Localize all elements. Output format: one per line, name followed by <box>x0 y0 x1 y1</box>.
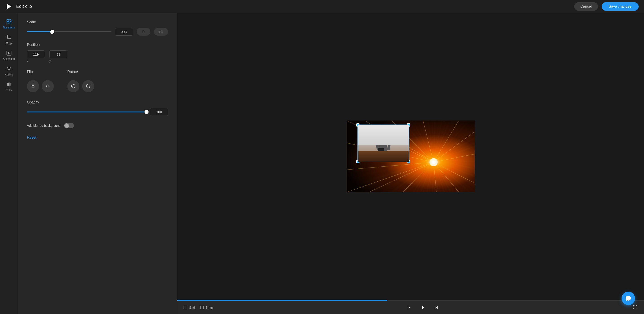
fullscreen-button[interactable] <box>633 305 638 311</box>
scale-slider[interactable] <box>27 31 112 32</box>
rotate-ccw-button[interactable] <box>67 80 80 92</box>
position-label: Position <box>27 43 168 47</box>
flip-rotate-row: Flip <box>27 70 168 92</box>
sidebar-item-keying-label: Keying <box>5 73 13 76</box>
fit-button[interactable]: Fit <box>137 28 150 36</box>
snap-label: Snap <box>206 306 213 309</box>
rotate-label: Rotate <box>67 70 94 74</box>
position-x-group: x <box>27 50 45 63</box>
transform-panel: Scale Fit Fill Position x y Fli <box>18 13 177 314</box>
cancel-button[interactable]: Cancel <box>574 2 598 11</box>
sidebar-item-transform[interactable]: Transform <box>1 16 17 31</box>
save-button[interactable]: Save changes <box>602 2 638 11</box>
video-canvas <box>177 13 644 300</box>
rotate-cw-button[interactable] <box>82 80 94 92</box>
opacity-section: Opacity <box>27 100 168 116</box>
blurred-bg-toggle[interactable] <box>64 123 74 128</box>
svg-rect-1 <box>7 19 9 21</box>
sidebar-item-color[interactable]: Color <box>1 79 17 94</box>
svg-rect-3 <box>7 22 9 24</box>
x-axis-label: x <box>27 60 45 63</box>
skip-back-button[interactable] <box>405 303 413 312</box>
grid-label: Grid <box>189 306 195 309</box>
header-actions: Cancel Save changes <box>574 2 638 11</box>
clip-inner <box>358 125 408 162</box>
blurred-bg-row: Add blurred background <box>27 123 168 128</box>
snap-checkbox-label[interactable]: Snap <box>200 306 213 309</box>
scale-row: Fit Fill <box>27 28 168 36</box>
crop-icon <box>6 34 12 40</box>
snap-checkbox[interactable] <box>200 306 204 309</box>
main-layout: Transform Crop Animation <box>0 13 644 314</box>
progress-bar[interactable] <box>177 300 644 301</box>
fill-button[interactable]: Fill <box>154 28 168 36</box>
opacity-slider[interactable] <box>27 112 146 112</box>
video-background <box>347 121 474 192</box>
scale-label: Scale <box>27 20 168 24</box>
flip-group: Flip <box>27 70 54 92</box>
video-preview <box>347 121 474 192</box>
keying-icon <box>6 66 12 72</box>
sidebar-item-crop-label: Crop <box>6 42 12 45</box>
position-row: x y <box>27 50 168 63</box>
rotate-group: Rotate <box>67 70 94 92</box>
reset-link[interactable]: Reset <box>27 136 36 139</box>
flip-label: Flip <box>27 70 54 74</box>
svg-rect-2 <box>9 19 11 21</box>
sidebar-item-color-label: Color <box>6 89 12 92</box>
color-icon <box>6 82 12 87</box>
progress-fill <box>177 300 387 301</box>
grid-checkbox-label[interactable]: Grid <box>184 306 195 309</box>
blurred-bg-label: Add blurred background <box>27 124 60 128</box>
opacity-row <box>27 108 168 116</box>
transform-icon <box>6 19 12 25</box>
sidebar-item-crop[interactable]: Crop <box>1 32 17 47</box>
sidebar-item-animation[interactable]: Animation <box>1 48 17 63</box>
sidebar: Transform Crop Animation <box>0 13 18 314</box>
svg-rect-4 <box>9 22 11 24</box>
flip-horizontal-button[interactable] <box>42 80 54 92</box>
position-x-input[interactable] <box>27 50 45 58</box>
flip-vertical-button[interactable] <box>27 80 39 92</box>
sidebar-item-animation-label: Animation <box>3 57 15 60</box>
chat-bubble-button[interactable] <box>622 292 635 305</box>
animation-icon <box>6 50 12 56</box>
video-area: Grid Snap <box>177 13 644 314</box>
scale-value-input[interactable] <box>115 28 133 36</box>
play-pause-button[interactable] <box>419 303 427 312</box>
page-title: Edit clip <box>16 4 574 9</box>
video-controls: Grid Snap <box>177 301 644 314</box>
flip-buttons <box>27 80 54 92</box>
svg-point-27 <box>432 160 435 164</box>
skip-forward-button[interactable] <box>432 303 441 312</box>
sidebar-item-keying[interactable]: Keying <box>1 64 17 78</box>
toggle-knob <box>64 123 69 128</box>
app-logo <box>6 3 12 10</box>
y-axis-label: y <box>49 60 67 63</box>
sidebar-item-transform-label: Transform <box>3 26 15 29</box>
opacity-value-input[interactable] <box>150 108 168 116</box>
grid-checkbox[interactable] <box>184 306 187 309</box>
rotate-buttons <box>67 80 94 92</box>
clip-frame[interactable] <box>358 125 409 162</box>
svg-marker-0 <box>7 4 11 9</box>
svg-point-6 <box>8 68 10 70</box>
header: Edit clip Cancel Save changes <box>0 0 644 13</box>
opacity-label: Opacity <box>27 100 168 104</box>
position-y-input[interactable] <box>49 50 67 58</box>
position-y-group: y <box>49 50 67 63</box>
